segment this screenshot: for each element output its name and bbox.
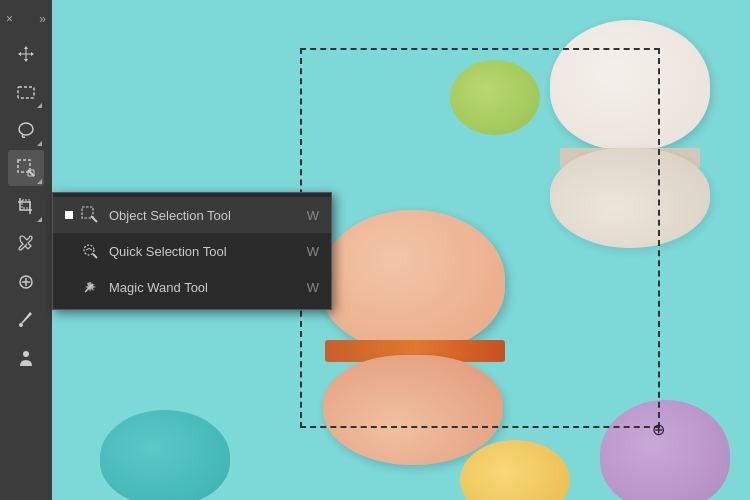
macaron-white-bottom bbox=[550, 148, 710, 248]
svg-rect-3 bbox=[22, 200, 30, 208]
macaron-green bbox=[450, 60, 540, 135]
tool-person[interactable] bbox=[8, 340, 44, 376]
empty-indicator bbox=[65, 283, 73, 291]
toolbar-header: × » bbox=[0, 8, 52, 30]
object-selection-label: Object Selection Tool bbox=[109, 208, 307, 223]
tool-brush[interactable] bbox=[8, 302, 44, 338]
empty-indicator bbox=[65, 247, 73, 255]
submenu-indicator bbox=[37, 179, 42, 184]
object-selection-menu-icon bbox=[79, 204, 101, 226]
svg-line-4 bbox=[25, 244, 27, 246]
macaron-white-top bbox=[550, 20, 710, 150]
toolbar: × » bbox=[0, 0, 52, 500]
object-selection-icon bbox=[16, 158, 36, 178]
context-menu: Object Selection Tool W Quick Selection … bbox=[52, 192, 332, 310]
tool-object-selection[interactable] bbox=[8, 150, 44, 186]
move-icon bbox=[16, 44, 36, 64]
lasso-icon bbox=[16, 120, 36, 140]
tool-lasso[interactable] bbox=[8, 112, 44, 148]
toolbar-close-button[interactable]: × bbox=[6, 12, 13, 26]
context-menu-item-quick-selection[interactable]: Quick Selection Tool W bbox=[53, 233, 331, 269]
marquee-icon bbox=[16, 82, 36, 102]
tool-marquee[interactable] bbox=[8, 74, 44, 110]
quick-selection-menu-icon bbox=[79, 240, 101, 262]
tool-crop[interactable] bbox=[8, 188, 44, 224]
macaron-peach-bottom bbox=[323, 355, 503, 465]
toolbar-expand-button[interactable]: » bbox=[39, 12, 46, 26]
active-indicator bbox=[65, 211, 73, 219]
tool-move[interactable] bbox=[8, 36, 44, 72]
submenu-indicator bbox=[37, 217, 42, 222]
svg-point-1 bbox=[19, 123, 33, 135]
context-menu-item-magic-wand[interactable]: Magic Wand Tool W bbox=[53, 269, 331, 305]
svg-rect-0 bbox=[18, 87, 34, 98]
canvas: ⊕ × » bbox=[0, 0, 750, 500]
quick-selection-label: Quick Selection Tool bbox=[109, 244, 307, 259]
person-icon bbox=[16, 348, 36, 368]
macaron-yellow bbox=[460, 440, 570, 500]
macaron-teal bbox=[100, 410, 230, 500]
magic-wand-label: Magic Wand Tool bbox=[109, 280, 307, 295]
eyedropper-icon bbox=[16, 234, 36, 254]
submenu-indicator bbox=[37, 141, 42, 146]
context-menu-item-object-selection[interactable]: Object Selection Tool W bbox=[53, 197, 331, 233]
crop-icon bbox=[16, 196, 36, 216]
macaron-purple bbox=[600, 400, 730, 500]
svg-point-8 bbox=[19, 323, 23, 327]
svg-point-11 bbox=[84, 245, 94, 255]
quick-selection-shortcut: W bbox=[307, 244, 319, 259]
healing-icon bbox=[16, 272, 36, 292]
tool-healing[interactable] bbox=[8, 264, 44, 300]
brush-icon bbox=[16, 310, 36, 330]
tool-eyedropper[interactable] bbox=[8, 226, 44, 262]
svg-point-9 bbox=[23, 351, 29, 357]
magic-wand-menu-icon bbox=[79, 276, 101, 298]
object-selection-shortcut: W bbox=[307, 208, 319, 223]
macaron-peach-top bbox=[320, 210, 505, 350]
submenu-indicator bbox=[37, 103, 42, 108]
magic-wand-shortcut: W bbox=[307, 280, 319, 295]
